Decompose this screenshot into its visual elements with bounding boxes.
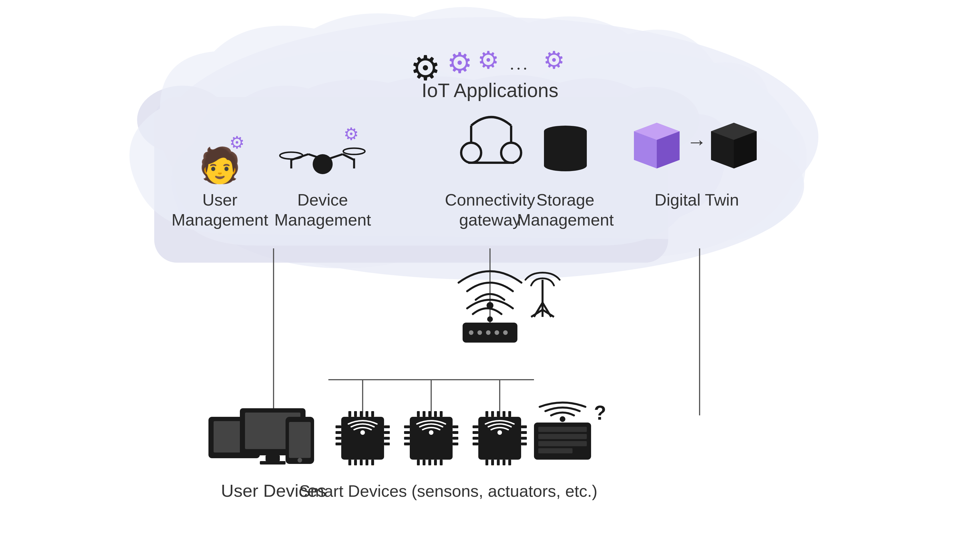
svg-point-148 xyxy=(298,458,302,462)
svg-rect-125 xyxy=(497,411,500,417)
svg-point-69 xyxy=(477,330,482,335)
svg-point-37 xyxy=(501,143,521,163)
svg-rect-140 xyxy=(208,417,260,458)
svg-rect-44 xyxy=(544,131,587,143)
svg-point-70 xyxy=(486,330,491,335)
svg-marker-56 xyxy=(711,123,757,168)
svg-rect-118 xyxy=(473,443,478,445)
svg-rect-46 xyxy=(544,143,587,154)
svg-point-72 xyxy=(503,330,508,335)
svg-rect-145 xyxy=(260,461,286,465)
svg-point-47 xyxy=(544,148,587,160)
svg-line-62 xyxy=(534,303,542,317)
svg-rect-104 xyxy=(423,411,425,417)
svg-rect-122 xyxy=(521,443,527,445)
svg-line-25 xyxy=(309,154,326,160)
svg-rect-105 xyxy=(428,411,431,417)
svg-rect-75 xyxy=(336,426,341,428)
svg-rect-82 xyxy=(384,443,390,445)
svg-rect-86 xyxy=(366,411,368,417)
svg-rect-4 xyxy=(154,97,668,263)
svg-point-28 xyxy=(313,154,332,174)
svg-rect-130 xyxy=(497,460,500,465)
svg-rect-110 xyxy=(428,460,431,465)
svg-rect-143 xyxy=(245,413,301,449)
svg-rect-133 xyxy=(534,422,591,460)
svg-line-65 xyxy=(542,310,554,317)
svg-rect-135 xyxy=(538,434,587,439)
svg-rect-123 xyxy=(485,411,488,417)
svg-point-66 xyxy=(487,316,493,322)
svg-rect-77 xyxy=(336,437,341,440)
svg-text:⚙: ⚙ xyxy=(344,125,359,144)
svg-rect-127 xyxy=(508,411,511,417)
svg-point-45 xyxy=(544,137,587,148)
svg-rect-100 xyxy=(453,431,458,434)
svg-text:Connectivity: Connectivity xyxy=(445,191,535,209)
svg-rect-113 xyxy=(478,417,521,460)
svg-text:⚙: ⚙ xyxy=(477,47,499,74)
svg-rect-91 xyxy=(366,460,368,465)
svg-line-27 xyxy=(343,154,354,160)
svg-rect-92 xyxy=(371,460,374,465)
svg-rect-112 xyxy=(440,460,442,465)
svg-text:🧑: 🧑 xyxy=(199,145,241,186)
svg-marker-57 xyxy=(711,123,757,140)
svg-rect-142 xyxy=(240,408,305,455)
svg-rect-126 xyxy=(503,411,506,417)
svg-rect-106 xyxy=(434,411,437,417)
svg-point-94 xyxy=(429,430,433,435)
svg-text:Storage: Storage xyxy=(536,191,594,209)
svg-rect-84 xyxy=(354,411,357,417)
svg-text:Management: Management xyxy=(274,210,371,229)
svg-point-3 xyxy=(176,91,804,280)
svg-rect-101 xyxy=(453,437,458,440)
svg-rect-87 xyxy=(371,411,374,417)
svg-rect-98 xyxy=(404,443,410,445)
svg-rect-109 xyxy=(423,460,425,465)
svg-rect-107 xyxy=(440,411,442,417)
svg-rect-73 xyxy=(341,417,384,460)
svg-point-36 xyxy=(461,143,481,163)
svg-rect-67 xyxy=(463,322,517,343)
svg-point-31 xyxy=(280,152,303,159)
svg-point-68 xyxy=(469,330,473,335)
svg-rect-95 xyxy=(404,426,410,428)
svg-point-49 xyxy=(544,160,587,171)
svg-rect-76 xyxy=(336,431,341,434)
svg-rect-116 xyxy=(473,431,478,434)
svg-line-63 xyxy=(542,303,551,317)
svg-point-1 xyxy=(171,51,514,268)
svg-rect-134 xyxy=(538,427,587,432)
svg-rect-83 xyxy=(348,411,351,417)
svg-rect-103 xyxy=(417,411,420,417)
svg-line-64 xyxy=(531,310,542,317)
svg-text:Management: Management xyxy=(172,210,269,229)
svg-point-6 xyxy=(614,89,700,151)
svg-rect-102 xyxy=(453,443,458,445)
svg-text:?: ? xyxy=(594,402,606,424)
svg-rect-120 xyxy=(521,431,527,434)
svg-text:⚙: ⚙ xyxy=(410,49,441,87)
svg-rect-89 xyxy=(354,460,357,465)
svg-text:User: User xyxy=(202,191,237,209)
svg-rect-137 xyxy=(538,448,573,453)
svg-point-0 xyxy=(162,17,818,257)
svg-marker-52 xyxy=(634,123,679,168)
svg-text:⚙: ⚙ xyxy=(229,133,245,152)
svg-rect-141 xyxy=(213,421,255,453)
svg-rect-85 xyxy=(360,411,363,417)
svg-text:Device: Device xyxy=(297,191,348,209)
svg-rect-115 xyxy=(473,426,478,428)
svg-rect-111 xyxy=(434,460,437,465)
svg-rect-79 xyxy=(384,426,390,428)
diagram-container: ⚙ ⚙ ⚙ ··· ⚙ IoT Applications 🧑 ⚙ User Ma… xyxy=(0,0,980,551)
svg-point-71 xyxy=(495,330,499,335)
svg-text:···: ··· xyxy=(510,59,530,78)
svg-point-74 xyxy=(360,430,365,435)
svg-text:→: → xyxy=(687,131,707,153)
svg-text:gateway: gateway xyxy=(459,210,521,229)
svg-rect-88 xyxy=(348,460,351,465)
svg-rect-93 xyxy=(410,417,453,460)
svg-rect-121 xyxy=(521,437,527,440)
